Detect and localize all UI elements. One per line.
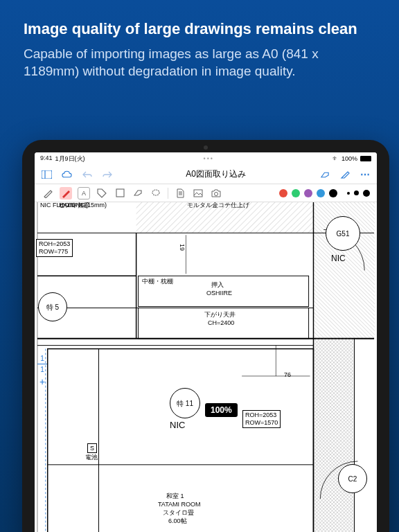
box-roh1: ROH=2053ROW=775 <box>36 239 73 257</box>
floorplan: HALL NIC FLOORING(15mm) ヒノキ無節 モルタル金コテ仕上げ… <box>35 202 377 532</box>
sidebar-toggle-icon[interactable] <box>42 169 52 179</box>
svg-point-5 <box>215 192 218 195</box>
label-ceiling: 下がり天井 <box>204 312 236 319</box>
label-jo: 6.00帖 <box>168 518 187 525</box>
drawing-canvas[interactable]: HALL NIC FLOORING(15mm) ヒノキ無節 モルタル金コテ仕上げ… <box>35 202 377 532</box>
battery-icon <box>360 156 371 161</box>
color-palette <box>279 189 337 197</box>
dim-19: 19 <box>178 244 185 251</box>
label-denchi: 電池 <box>85 454 98 461</box>
shape-tool[interactable] <box>114 187 126 200</box>
pen-header-icon[interactable] <box>339 169 350 179</box>
pen-tool[interactable] <box>42 187 54 200</box>
document-tool[interactable] <box>174 187 186 200</box>
stroke-large[interactable] <box>363 190 370 197</box>
toolbar-divider <box>168 188 168 199</box>
label-mortar: モルタル金コテ仕上げ <box>187 202 249 209</box>
label-tatami: TATAMI ROOM <box>158 502 201 508</box>
label-g51-nic: NIC <box>331 254 346 263</box>
zoom-tooltip: 100% <box>205 403 238 417</box>
label-nic: NIC <box>170 420 185 430</box>
mark-s: S <box>87 443 97 453</box>
color-green[interactable] <box>292 189 300 197</box>
more-icon[interactable]: ⋯ <box>360 169 370 179</box>
undo-icon[interactable] <box>82 169 92 179</box>
tablet-screen: 9:41 1月9日(火) ••• ᯤ 100% A0図面取り込み ⋯ <box>35 152 377 532</box>
circle-g51: G51 <box>326 216 360 251</box>
wifi-icon: ᯤ <box>332 155 339 162</box>
svg-rect-2 <box>116 189 124 197</box>
cloud-icon[interactable] <box>62 169 72 179</box>
multitask-dots: ••• <box>204 155 214 162</box>
circle-special11: 特 11 <box>170 388 200 418</box>
lasso-tool[interactable] <box>150 187 162 200</box>
text-tool[interactable]: A <box>78 187 90 200</box>
svg-rect-22 <box>313 339 354 532</box>
dim-76: 76 <box>284 372 291 379</box>
stroke-small[interactable] <box>347 192 350 195</box>
box-roh2: ROH=2053ROW=1570 <box>242 410 281 428</box>
eraser-tool[interactable] <box>132 187 144 200</box>
svg-rect-4 <box>194 190 202 197</box>
marketing-subhead: Capable of importing images as large as … <box>24 45 375 80</box>
image-tool[interactable] <box>192 187 204 200</box>
label-closet: 押入 <box>211 282 224 289</box>
color-red[interactable] <box>279 189 287 197</box>
color-blue[interactable] <box>317 189 325 197</box>
camera-tool[interactable] <box>210 187 222 200</box>
app-header: A0図面取り込み ⋯ <box>35 165 377 184</box>
status-time: 9:41 <box>40 154 53 163</box>
tablet-frame: 9:41 1月9日(火) ••• ᯤ 100% A0図面取り込み ⋯ <box>22 140 389 532</box>
battery-percent: 100% <box>342 155 357 162</box>
svg-rect-0 <box>42 170 52 179</box>
stroke-size <box>347 190 370 197</box>
toolbar: A <box>35 184 377 202</box>
label-closet-top: 中棚・枕棚 <box>142 278 173 285</box>
document-title: A0図面取り込み <box>186 168 246 180</box>
page-current: 1 <box>40 355 44 362</box>
page-total: 1 <box>40 366 44 373</box>
tablet-camera <box>204 145 208 150</box>
color-black[interactable] <box>329 189 337 197</box>
label-flooring-sub: ヒノキ無節 <box>59 202 90 209</box>
label-closet-en: OSHIIRE <box>206 290 232 297</box>
stroke-medium[interactable] <box>354 190 359 195</box>
redo-icon[interactable] <box>102 169 112 179</box>
status-bar: 9:41 1月9日(火) ••• ᯤ 100% <box>35 152 377 165</box>
page-indicator[interactable]: 1 1 + <box>37 355 47 387</box>
circle-special5: 特 5 <box>38 292 67 321</box>
page-add-icon[interactable]: + <box>39 376 45 387</box>
marketing-headline: Image quality of large drawings remains … <box>24 19 375 39</box>
label-washitsu: 和室 1 <box>166 493 184 500</box>
svg-point-3 <box>152 190 159 195</box>
status-date: 1月9日(火) <box>55 154 85 163</box>
circle-c2: C2 <box>338 464 367 493</box>
label-style: スタイロ畳 <box>163 510 194 517</box>
label-ch: CH=2400 <box>208 320 234 327</box>
tag-tool[interactable] <box>96 187 108 200</box>
marker-tool[interactable] <box>60 187 72 200</box>
color-purple[interactable] <box>304 189 312 197</box>
eraser-header-icon[interactable] <box>319 169 330 179</box>
